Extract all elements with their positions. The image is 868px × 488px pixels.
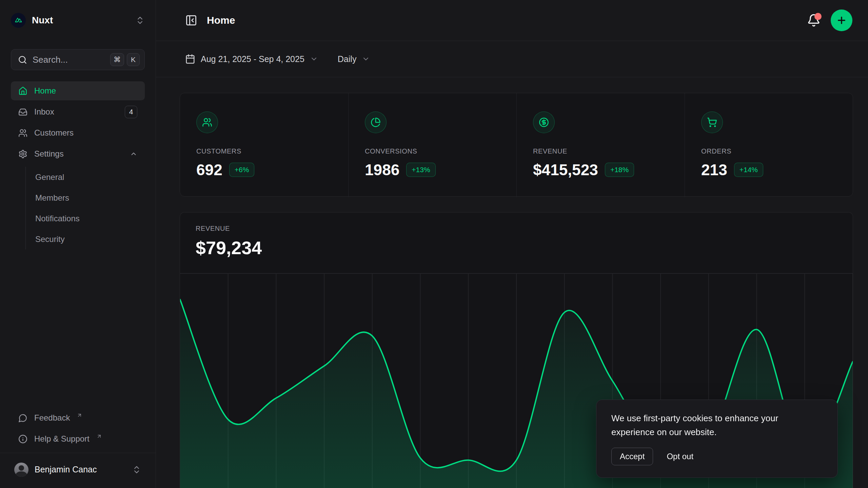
sidebar-item-notifications[interactable]: Notifications bbox=[26, 208, 145, 229]
sidebar-item-inbox[interactable]: Inbox 4 bbox=[11, 102, 145, 121]
stat-label: REVENUE bbox=[533, 147, 668, 155]
stat-orders[interactable]: ORDERS 213 +14% bbox=[685, 93, 853, 197]
search-placeholder: Search... bbox=[33, 55, 68, 65]
dollar-circle-icon bbox=[533, 111, 555, 133]
filters-toolbar: Aug 21, 2025 - Sep 4, 2025 Daily bbox=[156, 41, 868, 77]
search-icon bbox=[18, 55, 27, 64]
sidebar-item-help-support[interactable]: Help & Support bbox=[11, 429, 145, 448]
accept-button[interactable]: Accept bbox=[611, 448, 653, 465]
calendar-icon bbox=[185, 54, 195, 64]
search-input[interactable]: Search... ⌘ K bbox=[11, 49, 145, 70]
workspace-selector[interactable]: Nuxt bbox=[11, 11, 145, 30]
granularity-select[interactable]: Daily bbox=[338, 54, 370, 64]
external-link-arrow-icon bbox=[96, 433, 102, 439]
nuxt-logo-icon bbox=[11, 13, 26, 28]
header-actions bbox=[807, 9, 852, 31]
kbd-cmd: ⌘ bbox=[110, 53, 124, 66]
notifications-bell-icon[interactable] bbox=[807, 14, 821, 27]
search-shortcut: ⌘ K bbox=[110, 53, 140, 66]
stats-card: CUSTOMERS 692 +6% CONVERSIONS 1986 +13% bbox=[180, 93, 853, 197]
sidebar-item-label: Home bbox=[34, 86, 56, 96]
sidebar-item-home[interactable]: Home bbox=[11, 81, 145, 100]
sidebar-item-label: Customers bbox=[34, 128, 74, 138]
date-range-label: Aug 21, 2025 - Sep 4, 2025 bbox=[201, 54, 304, 64]
stat-value: 692 bbox=[196, 161, 222, 179]
stat-delta-badge: +14% bbox=[734, 163, 763, 177]
main-area: Home Aug 21, 2025 - Sep 4, 2025 Daily bbox=[156, 0, 868, 488]
cookie-banner: We use first-party cookies to enhance yo… bbox=[596, 400, 838, 478]
submenu-label: Notifications bbox=[35, 214, 80, 223]
sidebar-item-security[interactable]: Security bbox=[26, 229, 145, 249]
revenue-chart-header: REVENUE $79,234 bbox=[180, 212, 853, 273]
granularity-label: Daily bbox=[338, 54, 357, 64]
submenu-label: Security bbox=[35, 235, 65, 244]
stat-delta-badge: +6% bbox=[229, 163, 255, 177]
sidebar-nav: Home Inbox 4 Customers Settings Ge bbox=[11, 81, 145, 249]
brand-name: Nuxt bbox=[32, 15, 53, 26]
chevron-down-icon bbox=[310, 55, 318, 63]
cookie-actions: Accept Opt out bbox=[611, 448, 823, 465]
revenue-chart-label: REVENUE bbox=[196, 225, 837, 232]
footer-item-label: Feedback bbox=[34, 413, 70, 423]
stat-customers[interactable]: CUSTOMERS 692 +6% bbox=[180, 93, 348, 197]
stat-label: CUSTOMERS bbox=[196, 147, 332, 155]
stat-label: CONVERSIONS bbox=[365, 147, 500, 155]
submenu-label: General bbox=[35, 172, 64, 182]
sidebar-item-settings[interactable]: Settings bbox=[11, 144, 145, 163]
opt-out-button[interactable]: Opt out bbox=[667, 448, 693, 465]
chevron-down-icon bbox=[362, 55, 370, 63]
panel-left-close-icon[interactable] bbox=[185, 14, 197, 26]
page-title: Home bbox=[207, 15, 235, 26]
user-menu[interactable]: Benjamin Canac bbox=[11, 453, 145, 488]
info-circle-icon bbox=[18, 434, 27, 444]
stat-label: ORDERS bbox=[701, 147, 836, 155]
inbox-count-badge: 4 bbox=[125, 106, 137, 118]
sidebar-item-label: Settings bbox=[34, 149, 64, 159]
users-icon bbox=[18, 128, 27, 138]
sidebar: Nuxt Search... ⌘ K Home Inbox 4 bbox=[0, 0, 156, 488]
sidebar-item-general[interactable]: General bbox=[26, 167, 145, 187]
sidebar-footer-nav: Feedback Help & Support bbox=[11, 408, 145, 448]
chevrons-up-down-icon bbox=[135, 16, 145, 25]
stat-revenue[interactable]: REVENUE $415,523 +18% bbox=[516, 93, 685, 197]
stat-delta-badge: +13% bbox=[406, 163, 435, 177]
sidebar-spacer bbox=[11, 249, 145, 408]
sidebar-item-label: Inbox bbox=[34, 107, 54, 117]
stat-conversions[interactable]: CONVERSIONS 1986 +13% bbox=[348, 93, 516, 197]
footer-item-label: Help & Support bbox=[34, 434, 90, 444]
revenue-chart-value: $79,234 bbox=[196, 237, 837, 258]
stat-value: $415,523 bbox=[533, 161, 598, 179]
stat-value: 213 bbox=[701, 161, 727, 179]
external-link-arrow-icon bbox=[77, 412, 82, 418]
chevrons-up-down-icon bbox=[132, 465, 141, 474]
date-range-picker[interactable]: Aug 21, 2025 - Sep 4, 2025 bbox=[185, 54, 318, 64]
sidebar-item-feedback[interactable]: Feedback bbox=[11, 408, 145, 427]
message-circle-icon bbox=[18, 413, 27, 423]
settings-submenu: General Members Notifications Security bbox=[25, 167, 145, 249]
avatar bbox=[14, 463, 28, 477]
cookie-message-line2: experience on our website. bbox=[611, 427, 717, 437]
kbd-k: K bbox=[127, 53, 140, 66]
gear-icon bbox=[18, 149, 27, 159]
chevron-up-icon bbox=[130, 150, 137, 158]
stat-delta-badge: +18% bbox=[605, 163, 634, 177]
sidebar-item-members[interactable]: Members bbox=[26, 187, 145, 208]
sidebar-item-customers[interactable]: Customers bbox=[11, 123, 145, 142]
shopping-cart-icon bbox=[701, 111, 723, 133]
cookie-message-line1: We use first-party cookies to enhance yo… bbox=[611, 413, 778, 423]
pie-chart-icon bbox=[365, 111, 387, 133]
home-icon bbox=[18, 86, 27, 96]
page-header: Home bbox=[156, 0, 868, 41]
add-button[interactable] bbox=[831, 9, 852, 31]
cookie-message: We use first-party cookies to enhance yo… bbox=[611, 411, 823, 440]
users-icon bbox=[196, 111, 218, 133]
stat-value: 1986 bbox=[365, 161, 399, 179]
notification-dot bbox=[814, 13, 822, 20]
user-name: Benjamin Canac bbox=[35, 465, 97, 474]
submenu-label: Members bbox=[35, 193, 69, 203]
inbox-icon bbox=[18, 107, 27, 117]
